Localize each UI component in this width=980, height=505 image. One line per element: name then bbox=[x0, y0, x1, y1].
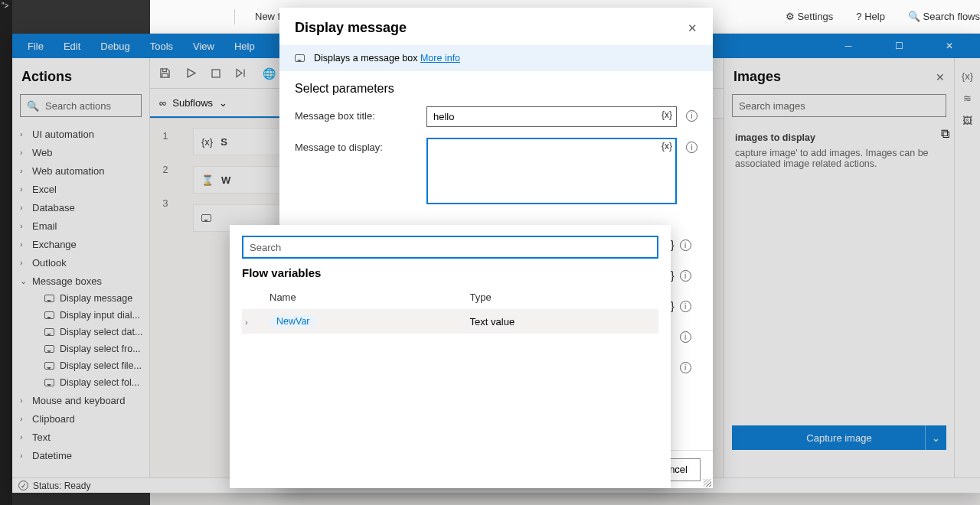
col-name: Name bbox=[266, 285, 467, 309]
param-title-label: Message box title: bbox=[295, 106, 417, 122]
dialog-section-title: Select parameters bbox=[295, 82, 697, 96]
variable-search-placeholder: Search bbox=[250, 242, 281, 253]
variable-row[interactable]: › NewVar Text value bbox=[242, 309, 658, 334]
variable-picker: Search Flow variables Name Type › NewVar… bbox=[230, 225, 671, 488]
info-icon[interactable]: i bbox=[680, 239, 691, 251]
chevron-right-icon: › bbox=[245, 318, 253, 327]
info-icon[interactable]: i bbox=[680, 270, 691, 282]
variable-table: Name Type › NewVar Text value bbox=[242, 285, 658, 334]
variable-chip[interactable]: NewVar bbox=[270, 315, 317, 327]
col-type: Type bbox=[467, 285, 658, 309]
insert-variable-button[interactable]: {x} bbox=[662, 109, 672, 120]
insert-variable-button[interactable]: {x} bbox=[662, 141, 672, 152]
info-icon[interactable]: i bbox=[680, 301, 691, 312]
dialog-close-button[interactable]: ✕ bbox=[688, 21, 697, 35]
param-message-input[interactable] bbox=[426, 138, 677, 204]
more-info-link[interactable]: More info bbox=[420, 53, 460, 64]
param-title-input[interactable] bbox=[426, 106, 677, 127]
variable-type: Text value bbox=[467, 309, 658, 334]
variable-section-title: Flow variables bbox=[242, 266, 658, 279]
info-icon[interactable]: i bbox=[680, 331, 691, 343]
dialog-title: Display message bbox=[295, 20, 407, 36]
search-flows-link[interactable]: 🔍 Search flows bbox=[908, 11, 980, 22]
resize-grip[interactable] bbox=[704, 479, 711, 487]
param-info-column: }i }i }i }i }i bbox=[671, 239, 691, 373]
info-icon[interactable]: i bbox=[680, 362, 691, 373]
help-link[interactable]: ? Help bbox=[856, 11, 885, 22]
message-icon bbox=[295, 54, 305, 62]
info-icon[interactable]: i bbox=[686, 142, 697, 153]
dialog-info-bar: Displays a message box More info bbox=[279, 45, 713, 71]
vscode-gutter: "> bbox=[0, 0, 12, 505]
param-message-label: Message to display: bbox=[295, 138, 417, 153]
settings-link[interactable]: ⚙ Settings bbox=[786, 11, 834, 22]
info-icon[interactable]: i bbox=[686, 110, 697, 122]
variable-search[interactable]: Search bbox=[242, 236, 658, 259]
